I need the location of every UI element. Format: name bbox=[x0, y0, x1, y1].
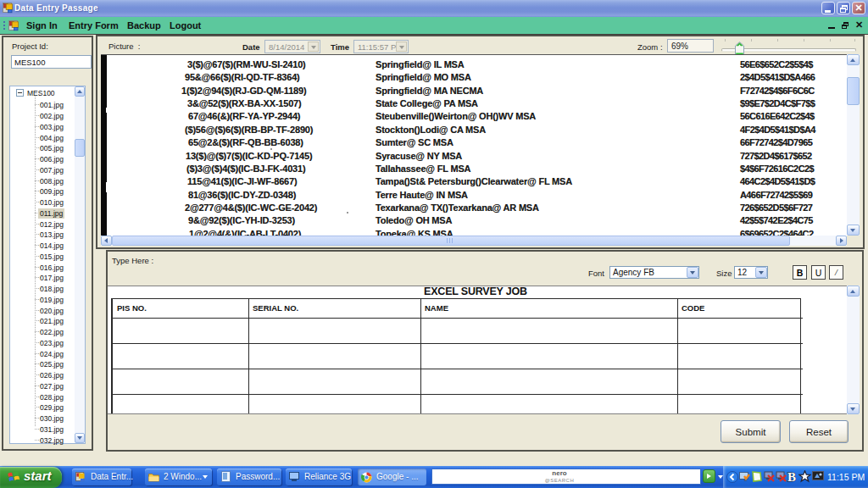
svg-text:B: B bbox=[787, 470, 796, 484]
